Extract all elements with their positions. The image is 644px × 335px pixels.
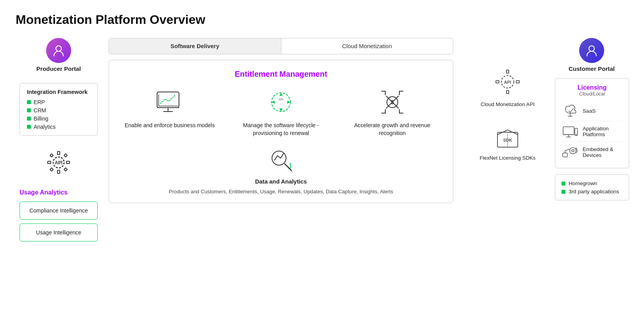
- tab-cloud-monetization[interactable]: Cloud Monetization: [281, 38, 453, 54]
- data-analytics-label: Data and Analytics: [255, 178, 307, 185]
- growth-arrows-icon: $: [377, 86, 408, 118]
- svg-text:API: API: [504, 80, 511, 85]
- enable-enforce-label: Enable and enforce business models: [125, 122, 215, 130]
- producer-portal-icon: [46, 38, 71, 63]
- cloud-api-icon: API: [492, 66, 523, 99]
- svg-rect-3: [57, 151, 60, 155]
- producer-portal-section: Producer Portal: [36, 38, 81, 72]
- list-item: Billing: [27, 115, 90, 122]
- svg-rect-6: [66, 161, 70, 164]
- homegrown-box: Homegrown 3rd party applications: [555, 175, 629, 200]
- bullet-icon: [27, 100, 31, 104]
- integration-framework-title: Integration Framework: [27, 89, 90, 95]
- svg-rect-30: [516, 81, 519, 83]
- api-icon: API: [43, 147, 74, 178]
- licensing-title: Licensing: [562, 84, 623, 91]
- accelerate-growth-item: $ Accelerate growth and revenue recognit…: [346, 86, 438, 137]
- svg-rect-29: [496, 81, 499, 83]
- bullet-icon: [562, 190, 565, 194]
- svg-point-42: [576, 134, 577, 135]
- svg-point-0: [56, 46, 61, 51]
- lifecycle-label: Manage the software lifecycle - provisio…: [235, 122, 327, 137]
- licensing-subtitle: Cloud/Local: [562, 91, 623, 97]
- page-title: Monetization Platform Overview: [16, 13, 628, 27]
- svg-point-34: [589, 46, 594, 51]
- saas-label: SaaS: [583, 108, 596, 114]
- homegrown-item: Homegrown: [562, 180, 623, 186]
- bullet-icon: [562, 182, 565, 186]
- svg-point-46: [570, 148, 576, 154]
- app-platforms-label: Application Platforms: [583, 126, 623, 137]
- tab-software-delivery[interactable]: Software Delivery: [109, 38, 281, 54]
- licensing-box: Licensing Cloud/Local SaaS: [555, 78, 629, 168]
- integration-framework-box: Integration Framework ERP CRM Billing An…: [20, 83, 98, 136]
- monitor-chart-icon: [154, 86, 185, 118]
- enable-enforce-item: Enable and enforce business models: [123, 86, 216, 130]
- sdk-label: FlexNet Licensing SDKs: [479, 155, 535, 161]
- svg-rect-8: [64, 154, 67, 157]
- usage-analytics-section: Usage Analytics Compliance Intelligence …: [20, 189, 98, 241]
- svg-text:</>: </>: [278, 97, 283, 101]
- producer-portal-label: Producer Portal: [36, 65, 81, 72]
- svg-text:$: $: [391, 99, 394, 105]
- svg-rect-43: [563, 153, 567, 157]
- svg-text:SDK: SDK: [503, 138, 512, 142]
- svg-rect-9: [50, 168, 53, 171]
- left-column: Producer Portal Integration Framework ER…: [16, 38, 102, 241]
- data-analytics-icon: [267, 146, 295, 175]
- accelerate-growth-label: Accelerate growth and revenue recognitio…: [346, 122, 438, 137]
- cloud-api-label: Cloud Monetization API: [481, 101, 535, 107]
- list-item: ERP: [27, 99, 90, 105]
- svg-point-47: [572, 149, 574, 152]
- bullet-icon: [27, 117, 31, 121]
- bullet-icon: [27, 108, 31, 112]
- svg-rect-10: [64, 168, 67, 171]
- svg-rect-11: [157, 92, 179, 108]
- saas-icon: [562, 104, 579, 118]
- svg-line-45: [565, 149, 570, 151]
- svg-rect-37: [563, 127, 574, 135]
- far-right-column: Customer Portal Licensing Cloud/Local Sa…: [550, 38, 628, 200]
- list-item: CRM: [27, 107, 90, 113]
- svg-rect-27: [506, 70, 509, 73]
- usage-analytics-title: Usage Analytics: [20, 189, 98, 196]
- data-analytics-sub: Products and Customers, Entitlements, Us…: [169, 188, 393, 196]
- app-platforms-icon: [562, 124, 579, 139]
- homegrown-list: Homegrown 3rd party applications: [562, 180, 623, 195]
- embedded-devices-item: Embedded & Devices: [562, 142, 623, 162]
- integration-list: ERP CRM Billing Analytics: [27, 99, 90, 130]
- list-item: Analytics: [27, 124, 90, 130]
- svg-rect-28: [506, 90, 509, 94]
- cloud-monetization-api-section: API Cloud Monetization API: [481, 66, 535, 107]
- customer-portal-section: Customer Portal: [555, 38, 628, 72]
- svg-point-23: [272, 151, 286, 165]
- bullet-icon: [27, 125, 31, 129]
- entitlement-top-row: Enable and enforce business models </>: [116, 86, 446, 137]
- third-party-item: 3rd party applications: [562, 189, 623, 195]
- saas-item: SaaS: [562, 101, 623, 121]
- embedded-devices-icon: [562, 145, 579, 159]
- app-platforms-item: Application Platforms: [562, 121, 623, 142]
- svg-rect-5: [48, 161, 51, 164]
- customer-portal-icon: [579, 38, 604, 63]
- svg-text:API: API: [55, 160, 63, 166]
- right-center-column: API Cloud Monetization API: [460, 38, 550, 161]
- center-column: Software Delivery Cloud Monetization Ent…: [102, 38, 460, 203]
- cycle-icon: </>: [265, 86, 297, 118]
- lifecycle-item: </> Manage the software lifecycle - prov…: [235, 86, 327, 137]
- entitlement-title: Entitlement Management: [116, 70, 446, 79]
- compliance-intelligence-box: Compliance Intelligence: [20, 202, 98, 220]
- entitlement-management-box: Entitlement Management: [109, 60, 453, 203]
- flexnet-sdk-section: SDK FlexNet Licensing SDKs: [479, 123, 535, 161]
- tabs-row: Software Delivery Cloud Monetization: [109, 38, 453, 54]
- customer-portal-label: Customer Portal: [569, 65, 615, 72]
- usage-intelligence-box: Usage Intelligence: [20, 223, 98, 241]
- sdk-icon: SDK: [494, 123, 522, 153]
- svg-rect-7: [50, 154, 53, 157]
- data-analytics-section: Data and Analytics Products and Customer…: [116, 146, 446, 196]
- svg-rect-4: [57, 170, 60, 173]
- embedded-devices-label: Embedded & Devices: [583, 146, 623, 158]
